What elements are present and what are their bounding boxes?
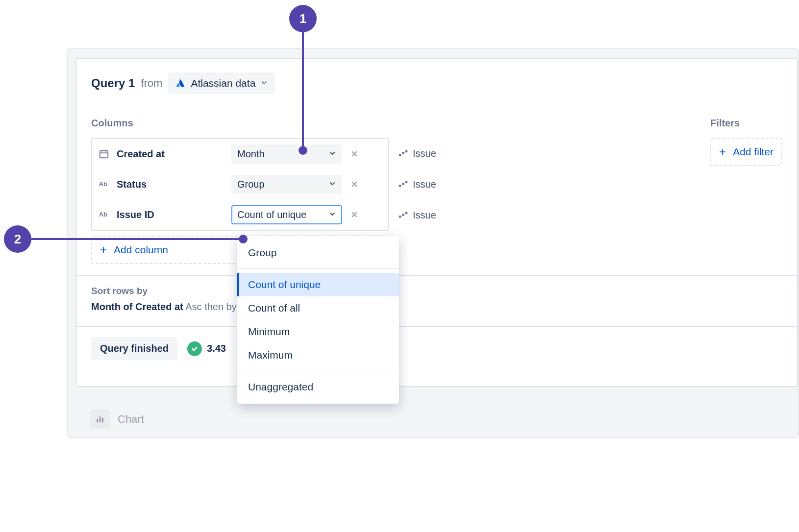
status-timing: 3.43 [187, 341, 226, 356]
column-row-wrapper: Ab Issue ID Count of unique [91, 199, 436, 231]
annotation-2-line [31, 238, 241, 240]
text-type-icon: Ab [98, 209, 110, 220]
column-name: Issue ID [117, 209, 225, 220]
chart-label: Chart [118, 413, 144, 426]
plus-icon: + [100, 244, 107, 256]
query-status-pill: Query finished [91, 337, 177, 360]
sort-section: Sort rows by Month of Created at Asc the… [76, 275, 797, 326]
chevron-down-icon [328, 209, 336, 220]
aggregation-label: Group [237, 179, 265, 190]
column-name: Status [117, 179, 225, 190]
column-source-label: Issue [413, 148, 436, 159]
annotation-2: 2 [4, 225, 31, 253]
annotation-1-label: 1 [300, 11, 306, 26]
svg-text:Ab: Ab [99, 181, 107, 188]
column-row-wrapper: Created at Month [91, 138, 436, 169]
filters-label: Filters [710, 118, 782, 129]
data-source-selector[interactable]: Atlassian data [168, 73, 275, 94]
dropdown-item-count-all[interactable]: Count of all [237, 296, 399, 320]
svg-rect-12 [399, 216, 401, 218]
plus-icon: + [719, 146, 726, 158]
aggregation-dropdown: Group Count of unique Count of all Minim… [237, 236, 399, 404]
svg-rect-14 [405, 212, 408, 215]
svg-rect-5 [402, 152, 404, 154]
add-column-label: Add column [114, 244, 168, 256]
atlassian-icon [175, 78, 186, 89]
sort-value[interactable]: Month of Created at Asc then by [91, 301, 782, 313]
column-source-tag: Issue [398, 179, 436, 190]
calendar-icon [98, 148, 110, 160]
hierarchy-icon [398, 148, 409, 159]
sort-direction: Asc [185, 301, 201, 312]
dropdown-divider [237, 371, 399, 371]
annotation-2-circle: 2 [4, 225, 31, 253]
remove-column-button[interactable] [349, 148, 360, 159]
hierarchy-icon [398, 179, 409, 190]
status-time: 3.43 [207, 343, 226, 354]
chevron-down-icon [328, 179, 336, 190]
remove-column-button[interactable] [349, 179, 360, 190]
column-source-tag: Issue [398, 210, 436, 221]
svg-rect-9 [402, 183, 404, 185]
dropdown-item-maximum[interactable]: Maximum [237, 343, 399, 367]
annotation-2-label: 2 [14, 232, 21, 247]
text-type-icon: Ab [98, 178, 110, 190]
dropdown-item-count-unique[interactable]: Count of unique [237, 273, 399, 296]
remove-column-button[interactable] [349, 209, 360, 220]
column-source-label: Issue [413, 210, 436, 221]
check-icon [187, 341, 202, 356]
svg-rect-8 [399, 185, 401, 187]
add-filter-label: Add filter [733, 146, 774, 158]
column-row[interactable]: Ab Status Group [92, 169, 388, 199]
query-card: Query 1 from Atlassian data Columns [75, 58, 798, 387]
filters-section: Filters + Add filter [710, 118, 782, 264]
chart-icon [90, 410, 110, 429]
svg-rect-4 [399, 154, 401, 156]
column-source-label: Issue [413, 179, 436, 190]
status-section: Query finished 3.43 [76, 326, 797, 370]
dropdown-item-group[interactable]: Group [237, 241, 399, 265]
svg-rect-13 [402, 214, 404, 216]
column-source-tag: Issue [398, 148, 436, 159]
annotation-1-dot [299, 146, 307, 155]
query-panel: Query 1 from Atlassian data Columns [67, 48, 799, 438]
chevron-down-icon [328, 148, 336, 160]
columns-label: Columns [91, 118, 436, 129]
chevron-down-icon [260, 78, 268, 89]
aggregation-selector[interactable]: Count of unique [231, 205, 342, 224]
aggregation-label: Month [237, 148, 265, 160]
svg-text:Ab: Ab [99, 211, 107, 218]
chart-tab[interactable]: Chart [90, 410, 144, 429]
annotation-1-circle: 1 [289, 5, 317, 32]
dropdown-divider [237, 268, 399, 269]
query-from-label: from [141, 77, 162, 90]
sort-field: Month of Created at [91, 301, 183, 312]
column-row-wrapper: Ab Status Group [91, 169, 436, 199]
dropdown-item-minimum[interactable]: Minimum [237, 320, 399, 343]
sort-then-by: then by [204, 301, 237, 312]
aggregation-selector[interactable]: Month [231, 145, 342, 164]
dropdown-item-unaggregated[interactable]: Unaggregated [237, 375, 399, 399]
column-row[interactable]: Ab Issue ID Count of unique [92, 199, 388, 230]
column-name: Created at [117, 148, 225, 160]
column-row[interactable]: Created at Month [92, 139, 388, 169]
svg-rect-10 [405, 181, 408, 184]
annotation-1: 1 [289, 5, 317, 32]
data-source-label: Atlassian data [191, 77, 255, 89]
add-filter-button[interactable]: + Add filter [710, 138, 782, 166]
sort-label: Sort rows by [91, 286, 782, 296]
annotation-1-line [302, 32, 304, 148]
query-title: Query 1 [91, 76, 135, 90]
aggregation-label: Count of unique [237, 209, 306, 220]
svg-rect-0 [100, 151, 108, 158]
svg-rect-6 [405, 150, 408, 153]
query-header: Query 1 from Atlassian data [76, 59, 797, 94]
aggregation-selector[interactable]: Group [231, 175, 342, 194]
annotation-2-dot [239, 235, 248, 243]
hierarchy-icon [398, 210, 409, 220]
